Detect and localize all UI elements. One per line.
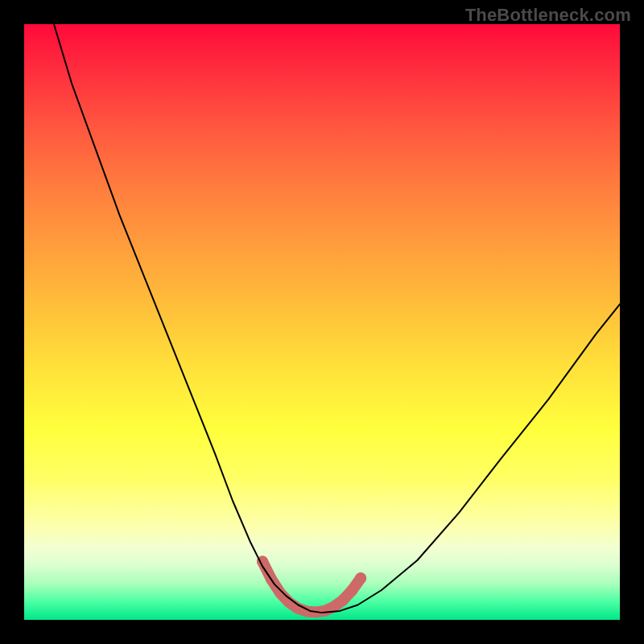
chart-svg (24, 24, 620, 620)
plot-area (24, 24, 620, 620)
thin-curve-path (54, 24, 620, 613)
marker-dot-3 (337, 595, 349, 606)
thin-curve (54, 24, 620, 613)
chart-frame: TheBottleneck.com (0, 0, 644, 644)
watermark-text: TheBottleneck.com (465, 5, 631, 26)
marker-dot-4 (346, 585, 357, 597)
marker-dot-5 (355, 572, 366, 584)
